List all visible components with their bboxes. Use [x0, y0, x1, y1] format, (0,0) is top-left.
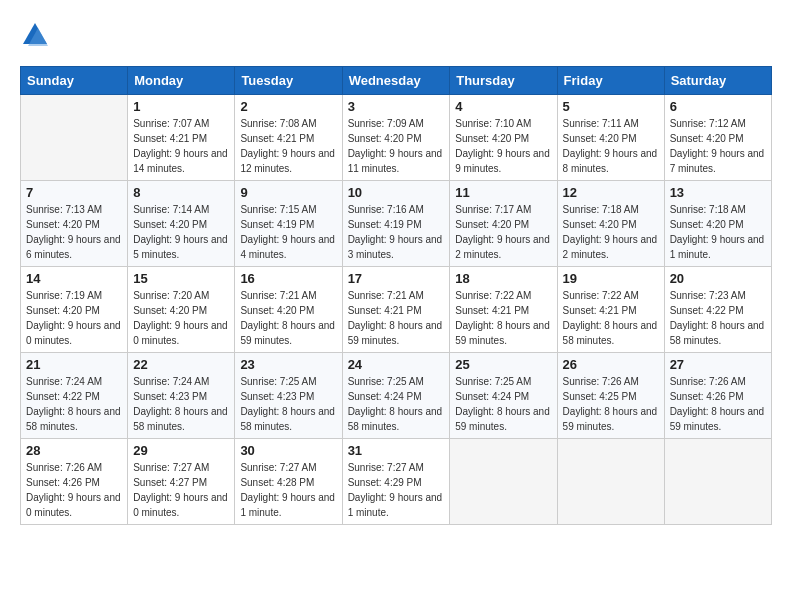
day-info: Sunrise: 7:16 AM Sunset: 4:19 PM Dayligh…	[348, 204, 443, 260]
day-number: 30	[240, 443, 336, 458]
day-info: Sunrise: 7:26 AM Sunset: 4:26 PM Dayligh…	[26, 462, 121, 518]
day-number: 7	[26, 185, 122, 200]
calendar-day-cell: 24 Sunrise: 7:25 AM Sunset: 4:24 PM Dayl…	[342, 353, 450, 439]
calendar-day-cell	[557, 439, 664, 525]
day-info: Sunrise: 7:27 AM Sunset: 4:29 PM Dayligh…	[348, 462, 443, 518]
day-info: Sunrise: 7:09 AM Sunset: 4:20 PM Dayligh…	[348, 118, 443, 174]
day-number: 16	[240, 271, 336, 286]
calendar-day-cell: 6 Sunrise: 7:12 AM Sunset: 4:20 PM Dayli…	[664, 95, 771, 181]
calendar-day-cell: 31 Sunrise: 7:27 AM Sunset: 4:29 PM Dayl…	[342, 439, 450, 525]
calendar-day-cell: 16 Sunrise: 7:21 AM Sunset: 4:20 PM Dayl…	[235, 267, 342, 353]
calendar-week-row: 1 Sunrise: 7:07 AM Sunset: 4:21 PM Dayli…	[21, 95, 772, 181]
calendar-week-row: 14 Sunrise: 7:19 AM Sunset: 4:20 PM Dayl…	[21, 267, 772, 353]
day-number: 10	[348, 185, 445, 200]
day-info: Sunrise: 7:25 AM Sunset: 4:24 PM Dayligh…	[455, 376, 550, 432]
day-info: Sunrise: 7:10 AM Sunset: 4:20 PM Dayligh…	[455, 118, 550, 174]
day-number: 31	[348, 443, 445, 458]
day-number: 21	[26, 357, 122, 372]
day-info: Sunrise: 7:23 AM Sunset: 4:22 PM Dayligh…	[670, 290, 765, 346]
day-number: 14	[26, 271, 122, 286]
day-info: Sunrise: 7:27 AM Sunset: 4:28 PM Dayligh…	[240, 462, 335, 518]
day-number: 4	[455, 99, 551, 114]
day-info: Sunrise: 7:08 AM Sunset: 4:21 PM Dayligh…	[240, 118, 335, 174]
day-number: 25	[455, 357, 551, 372]
day-info: Sunrise: 7:11 AM Sunset: 4:20 PM Dayligh…	[563, 118, 658, 174]
calendar-day-cell: 30 Sunrise: 7:27 AM Sunset: 4:28 PM Dayl…	[235, 439, 342, 525]
calendar-day-cell: 27 Sunrise: 7:26 AM Sunset: 4:26 PM Dayl…	[664, 353, 771, 439]
calendar-day-cell: 22 Sunrise: 7:24 AM Sunset: 4:23 PM Dayl…	[128, 353, 235, 439]
day-number: 26	[563, 357, 659, 372]
calendar-day-cell: 17 Sunrise: 7:21 AM Sunset: 4:21 PM Dayl…	[342, 267, 450, 353]
calendar-day-cell	[21, 95, 128, 181]
day-number: 29	[133, 443, 229, 458]
day-number: 13	[670, 185, 766, 200]
calendar-week-row: 21 Sunrise: 7:24 AM Sunset: 4:22 PM Dayl…	[21, 353, 772, 439]
day-number: 9	[240, 185, 336, 200]
weekday-header-cell: Thursday	[450, 67, 557, 95]
calendar-day-cell: 13 Sunrise: 7:18 AM Sunset: 4:20 PM Dayl…	[664, 181, 771, 267]
calendar-day-cell	[450, 439, 557, 525]
day-info: Sunrise: 7:22 AM Sunset: 4:21 PM Dayligh…	[563, 290, 658, 346]
page-header	[20, 20, 772, 50]
calendar-day-cell: 11 Sunrise: 7:17 AM Sunset: 4:20 PM Dayl…	[450, 181, 557, 267]
calendar-day-cell: 28 Sunrise: 7:26 AM Sunset: 4:26 PM Dayl…	[21, 439, 128, 525]
calendar-week-row: 28 Sunrise: 7:26 AM Sunset: 4:26 PM Dayl…	[21, 439, 772, 525]
day-number: 3	[348, 99, 445, 114]
calendar-day-cell: 8 Sunrise: 7:14 AM Sunset: 4:20 PM Dayli…	[128, 181, 235, 267]
calendar-day-cell: 9 Sunrise: 7:15 AM Sunset: 4:19 PM Dayli…	[235, 181, 342, 267]
calendar-day-cell: 1 Sunrise: 7:07 AM Sunset: 4:21 PM Dayli…	[128, 95, 235, 181]
day-number: 5	[563, 99, 659, 114]
day-number: 2	[240, 99, 336, 114]
day-info: Sunrise: 7:07 AM Sunset: 4:21 PM Dayligh…	[133, 118, 228, 174]
calendar-day-cell: 15 Sunrise: 7:20 AM Sunset: 4:20 PM Dayl…	[128, 267, 235, 353]
day-info: Sunrise: 7:12 AM Sunset: 4:20 PM Dayligh…	[670, 118, 765, 174]
calendar-table: SundayMondayTuesdayWednesdayThursdayFrid…	[20, 66, 772, 525]
day-number: 11	[455, 185, 551, 200]
weekday-header-cell: Wednesday	[342, 67, 450, 95]
day-info: Sunrise: 7:19 AM Sunset: 4:20 PM Dayligh…	[26, 290, 121, 346]
calendar-day-cell: 12 Sunrise: 7:18 AM Sunset: 4:20 PM Dayl…	[557, 181, 664, 267]
calendar-day-cell: 10 Sunrise: 7:16 AM Sunset: 4:19 PM Dayl…	[342, 181, 450, 267]
weekday-header-cell: Saturday	[664, 67, 771, 95]
calendar-day-cell: 29 Sunrise: 7:27 AM Sunset: 4:27 PM Dayl…	[128, 439, 235, 525]
day-info: Sunrise: 7:21 AM Sunset: 4:21 PM Dayligh…	[348, 290, 443, 346]
day-info: Sunrise: 7:18 AM Sunset: 4:20 PM Dayligh…	[670, 204, 765, 260]
calendar-day-cell: 7 Sunrise: 7:13 AM Sunset: 4:20 PM Dayli…	[21, 181, 128, 267]
day-number: 17	[348, 271, 445, 286]
day-number: 8	[133, 185, 229, 200]
day-info: Sunrise: 7:26 AM Sunset: 4:25 PM Dayligh…	[563, 376, 658, 432]
day-info: Sunrise: 7:25 AM Sunset: 4:23 PM Dayligh…	[240, 376, 335, 432]
calendar-day-cell: 19 Sunrise: 7:22 AM Sunset: 4:21 PM Dayl…	[557, 267, 664, 353]
logo	[20, 20, 54, 50]
day-number: 23	[240, 357, 336, 372]
day-number: 18	[455, 271, 551, 286]
calendar-day-cell: 21 Sunrise: 7:24 AM Sunset: 4:22 PM Dayl…	[21, 353, 128, 439]
weekday-header-cell: Monday	[128, 67, 235, 95]
day-number: 27	[670, 357, 766, 372]
weekday-header-cell: Tuesday	[235, 67, 342, 95]
day-info: Sunrise: 7:25 AM Sunset: 4:24 PM Dayligh…	[348, 376, 443, 432]
day-info: Sunrise: 7:20 AM Sunset: 4:20 PM Dayligh…	[133, 290, 228, 346]
day-info: Sunrise: 7:21 AM Sunset: 4:20 PM Dayligh…	[240, 290, 335, 346]
day-info: Sunrise: 7:24 AM Sunset: 4:23 PM Dayligh…	[133, 376, 228, 432]
calendar-week-row: 7 Sunrise: 7:13 AM Sunset: 4:20 PM Dayli…	[21, 181, 772, 267]
calendar-day-cell: 3 Sunrise: 7:09 AM Sunset: 4:20 PM Dayli…	[342, 95, 450, 181]
day-number: 12	[563, 185, 659, 200]
day-info: Sunrise: 7:18 AM Sunset: 4:20 PM Dayligh…	[563, 204, 658, 260]
logo-icon	[20, 20, 50, 50]
calendar-day-cell: 4 Sunrise: 7:10 AM Sunset: 4:20 PM Dayli…	[450, 95, 557, 181]
day-number: 19	[563, 271, 659, 286]
day-number: 22	[133, 357, 229, 372]
calendar-day-cell: 26 Sunrise: 7:26 AM Sunset: 4:25 PM Dayl…	[557, 353, 664, 439]
day-number: 6	[670, 99, 766, 114]
day-number: 28	[26, 443, 122, 458]
calendar-day-cell: 25 Sunrise: 7:25 AM Sunset: 4:24 PM Dayl…	[450, 353, 557, 439]
day-number: 24	[348, 357, 445, 372]
calendar-day-cell: 5 Sunrise: 7:11 AM Sunset: 4:20 PM Dayli…	[557, 95, 664, 181]
weekday-header-cell: Sunday	[21, 67, 128, 95]
calendar-day-cell: 14 Sunrise: 7:19 AM Sunset: 4:20 PM Dayl…	[21, 267, 128, 353]
day-info: Sunrise: 7:24 AM Sunset: 4:22 PM Dayligh…	[26, 376, 121, 432]
day-info: Sunrise: 7:26 AM Sunset: 4:26 PM Dayligh…	[670, 376, 765, 432]
calendar-day-cell: 23 Sunrise: 7:25 AM Sunset: 4:23 PM Dayl…	[235, 353, 342, 439]
day-info: Sunrise: 7:17 AM Sunset: 4:20 PM Dayligh…	[455, 204, 550, 260]
